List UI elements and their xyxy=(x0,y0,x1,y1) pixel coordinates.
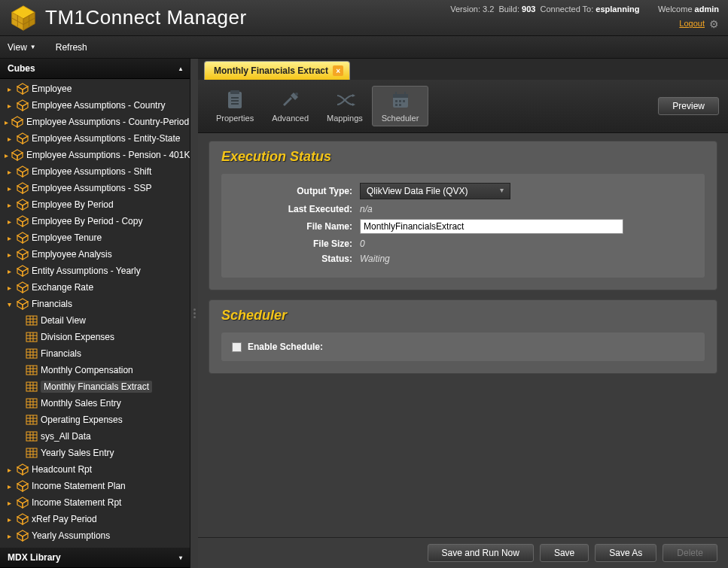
panel-header-mdx[interactable]: MDX Library ▾ xyxy=(0,548,190,568)
tree-item-cube[interactable]: ▸Employee xyxy=(0,80,190,97)
logout-link[interactable]: Logout xyxy=(679,17,705,31)
tree-label: Yearly Sales Entry xyxy=(41,448,114,458)
tree-item-view[interactable]: Financials xyxy=(0,345,190,362)
tree-item-cube[interactable]: ▸Employee Tenure xyxy=(0,229,190,246)
tree-caret-icon[interactable]: ▸ xyxy=(5,135,14,143)
exec-title: Execution Status xyxy=(221,149,705,165)
svg-rect-123 xyxy=(403,100,405,102)
mdx-header-label: MDX Library xyxy=(8,552,61,563)
tree-item-cube[interactable]: ▸Emplyoyee Analysis xyxy=(0,246,190,263)
save-and-run-button[interactable]: Save and Run Now xyxy=(428,544,534,562)
tree-label: Employee Assumptions - Country xyxy=(32,100,165,111)
tree-item-cube[interactable]: ▾Financials xyxy=(0,296,190,312)
tree-item-cube[interactable]: ▸Employee Assumptions - Entity-State xyxy=(0,130,190,147)
tree-item-view[interactable]: Monthly Compensation xyxy=(0,362,190,378)
splitter-handle[interactable] xyxy=(190,59,198,568)
tree-item-cube[interactable]: ▸Income Statement Plan xyxy=(0,478,190,494)
tree-caret-icon[interactable]: ▸ xyxy=(5,85,14,93)
tree-item-cube[interactable]: ▸Entity Assumptions - Yearly xyxy=(0,263,190,279)
svg-marker-19 xyxy=(12,150,23,156)
section-execution-status: Execution Status Output Type: QlikView D… xyxy=(209,141,717,290)
tree-item-view[interactable]: Monthly Financials Extract xyxy=(0,378,190,395)
tree-caret-icon[interactable]: ▸ xyxy=(5,482,14,491)
tree-caret-icon[interactable]: ▸ xyxy=(5,168,14,176)
svg-marker-103 xyxy=(17,514,28,520)
save-button[interactable]: Save xyxy=(540,544,589,562)
tree-item-cube[interactable]: ▸Employee By Period - Copy xyxy=(0,213,190,229)
menu-view[interactable]: View ▼ xyxy=(8,42,36,53)
svg-marker-99 xyxy=(23,484,28,491)
tree-label: Income Statement Rpt xyxy=(32,497,121,508)
tree-caret-icon[interactable]: ▸ xyxy=(5,515,14,524)
tree-caret-icon[interactable]: ▸ xyxy=(5,118,8,126)
content-area: Execution Status Output Type: QlikView D… xyxy=(198,133,728,537)
properties-icon xyxy=(224,90,245,111)
tree-label: Employee By Period - Copy xyxy=(32,216,142,226)
tree-item-cube[interactable]: ▸xRef Pay Period xyxy=(0,511,190,527)
delete-button[interactable]: Delete xyxy=(663,544,717,562)
svg-marker-43 xyxy=(17,282,28,288)
sched-title: Scheduler xyxy=(221,308,705,323)
tree-caret-icon[interactable]: ▸ xyxy=(5,102,14,110)
tree-item-view[interactable]: Monthly Sales Entry xyxy=(0,395,190,412)
tree-caret-icon[interactable]: ▸ xyxy=(5,499,14,507)
svg-marker-13 xyxy=(12,117,23,123)
file-name-input[interactable] xyxy=(360,219,623,234)
toolbar-advanced[interactable]: Advanced xyxy=(263,87,318,126)
svg-rect-109 xyxy=(228,92,242,108)
tab-active[interactable]: Monthly Financials Extract × xyxy=(204,61,350,80)
svg-rect-89 xyxy=(26,448,37,457)
tree-item-view[interactable]: sys_All Data xyxy=(0,428,190,445)
tree-caret-icon[interactable]: ▸ xyxy=(5,267,14,275)
app-logo-icon xyxy=(9,4,38,32)
tree-caret-icon[interactable]: ▸ xyxy=(5,251,14,259)
tree-item-cube[interactable]: ▸Employee Assumptions - Country xyxy=(0,97,190,114)
tree-item-cube[interactable]: ▸Exchange Rate xyxy=(0,279,190,296)
tree-item-cube[interactable]: ▸Employee Assumptions - Pension - 401K xyxy=(0,147,190,163)
panel-header-cubes[interactable]: Cubes ▴ xyxy=(0,59,190,79)
tree-caret-icon[interactable]: ▸ xyxy=(5,532,14,540)
tree-item-cube[interactable]: ▸Employee Assumptions - Country-Period xyxy=(0,114,190,130)
svg-marker-34 xyxy=(17,232,28,238)
svg-marker-36 xyxy=(23,235,28,243)
save-as-button[interactable]: Save As xyxy=(595,544,656,562)
tab-close-icon[interactable]: × xyxy=(333,65,343,76)
tree-item-cube[interactable]: ▸Employee Assumptions - Shift xyxy=(0,163,190,180)
tree-item-cube[interactable]: ▸Headcount Rpt xyxy=(0,461,190,478)
tree-item-cube[interactable]: ▸Employee By Period xyxy=(0,196,190,213)
output-type-select[interactable]: QlikView Data File (QVX) xyxy=(360,183,510,199)
tree-caret-icon[interactable]: ▾ xyxy=(5,300,14,308)
svg-marker-45 xyxy=(23,285,28,293)
enable-schedule-checkbox[interactable] xyxy=(232,342,242,352)
tree-caret-icon[interactable]: ▸ xyxy=(5,184,14,193)
tree-label: Employee Assumptions - Pension - 401K xyxy=(26,150,190,160)
gear-icon[interactable]: ⚙ xyxy=(709,16,719,32)
menu-refresh[interactable]: Refresh xyxy=(56,42,87,53)
tree-item-view[interactable]: Detail View xyxy=(0,312,190,329)
tree-item-cube[interactable]: ▸Income Statement Rpt xyxy=(0,494,190,511)
expand-icon: ▾ xyxy=(179,554,182,561)
tree-caret-icon[interactable]: ▸ xyxy=(5,234,14,242)
tree-caret-icon[interactable]: ▸ xyxy=(5,151,8,159)
cubes-tree[interactable]: ▸Employee▸Employee Assumptions - Country… xyxy=(0,79,190,548)
toolbar-properties[interactable]: Properties xyxy=(207,87,263,126)
svg-rect-74 xyxy=(26,399,37,408)
svg-marker-16 xyxy=(17,133,28,139)
tree-caret-icon[interactable]: ▸ xyxy=(5,466,14,474)
tree-item-cube[interactable]: ▸Employee Assumptions - SSP xyxy=(0,180,190,196)
tree-caret-icon[interactable]: ▸ xyxy=(5,217,14,226)
tree-caret-icon[interactable]: ▸ xyxy=(5,201,14,209)
tree-caret-icon[interactable]: ▸ xyxy=(5,284,14,292)
tree-item-view[interactable]: Division Expenses xyxy=(0,329,190,345)
toolbar-scheduler[interactable]: Scheduler xyxy=(372,86,429,126)
svg-marker-17 xyxy=(17,136,23,144)
preview-button[interactable]: Preview xyxy=(658,97,719,115)
tree-label: Employee By Period xyxy=(32,199,114,210)
toolbar-mappings[interactable]: Mappings xyxy=(318,87,372,126)
svg-rect-125 xyxy=(399,104,401,106)
tree-item-view[interactable]: Operating Expenses xyxy=(0,412,190,428)
tab-title: Monthly Financials Extract xyxy=(214,65,328,76)
tree-item-cube[interactable]: ▸Yearly Assumptions xyxy=(0,527,190,544)
svg-marker-107 xyxy=(17,533,23,541)
tree-item-view[interactable]: Yearly Sales Entry xyxy=(0,445,190,461)
